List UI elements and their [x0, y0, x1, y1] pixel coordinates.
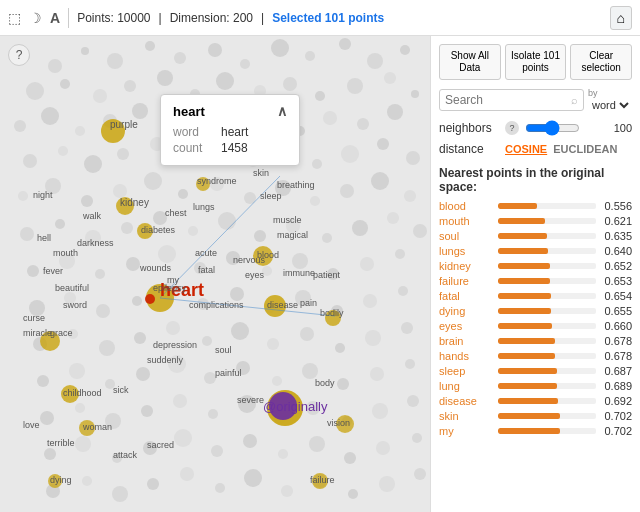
- svg-point-101: [398, 286, 408, 296]
- svg-text:grace: grace: [50, 328, 73, 338]
- word-select[interactable]: word: [588, 98, 632, 112]
- tooltip-close-icon[interactable]: ∧: [277, 103, 287, 119]
- nearest-point-name[interactable]: sleep: [439, 365, 494, 377]
- svg-text:acute: acute: [195, 248, 217, 258]
- nearest-bar-fill: [498, 278, 550, 284]
- nearest-item: fatal0.654: [439, 290, 632, 302]
- svg-point-154: [180, 467, 194, 481]
- svg-point-156: [244, 469, 262, 487]
- nearest-score: 0.640: [600, 245, 632, 257]
- nearest-point-name[interactable]: my: [439, 425, 494, 437]
- font-icon[interactable]: A: [50, 10, 60, 26]
- nearest-point-name[interactable]: kidney: [439, 260, 494, 272]
- svg-point-153: [147, 478, 159, 490]
- euclidean-option[interactable]: EUCLIDEAN: [553, 143, 617, 155]
- svg-point-62: [340, 184, 354, 198]
- svg-text:epilepsy: epilepsy: [153, 283, 187, 293]
- svg-point-177: [145, 294, 155, 304]
- svg-text:vision: vision: [327, 418, 350, 428]
- nearest-point-name[interactable]: fatal: [439, 290, 494, 302]
- svg-text:sacred: sacred: [147, 440, 174, 450]
- svg-point-15: [93, 89, 107, 103]
- nearest-item: sleep0.687: [439, 365, 632, 377]
- svg-point-124: [370, 367, 384, 381]
- svg-text:depression: depression: [153, 340, 197, 350]
- svg-point-52: [18, 191, 28, 201]
- tooltip: heart ∧ word heart count 1458: [160, 94, 300, 166]
- by-label: by: [588, 88, 598, 98]
- search-container[interactable]: ⌕: [439, 89, 584, 111]
- nearest-bar-bg: [498, 368, 596, 374]
- svg-text:terrible: terrible: [47, 438, 75, 448]
- svg-text:patient: patient: [313, 270, 341, 280]
- nearest-bar-bg: [498, 383, 596, 389]
- svg-text:purple: purple: [110, 119, 138, 130]
- toolbar-info: Points: 10000 | Dimension: 200 | Selecte…: [77, 11, 384, 25]
- svg-point-21: [283, 77, 297, 91]
- svg-text:kidney: kidney: [120, 197, 149, 208]
- nearest-point-name[interactable]: blood: [439, 200, 494, 212]
- svg-point-92: [96, 304, 110, 318]
- svg-point-63: [371, 172, 389, 190]
- help-icon[interactable]: ?: [8, 44, 30, 66]
- main-area: ?: [0, 36, 640, 512]
- nearest-item: failure0.653: [439, 275, 632, 287]
- nearest-point-name[interactable]: disease: [439, 395, 494, 407]
- svg-point-111: [335, 343, 345, 353]
- nearest-score: 0.655: [600, 305, 632, 317]
- svg-point-28: [75, 126, 85, 136]
- search-input[interactable]: [445, 93, 571, 107]
- svg-text:sick: sick: [113, 385, 129, 395]
- nearest-point-name[interactable]: soul: [439, 230, 494, 242]
- nearest-point-name[interactable]: brain: [439, 335, 494, 347]
- neighbors-row: neighbors ? 100: [439, 120, 632, 136]
- svg-point-152: [112, 486, 128, 502]
- svg-text:eyes: eyes: [245, 270, 265, 280]
- nearest-point-name[interactable]: failure: [439, 275, 494, 287]
- svg-point-57: [178, 189, 188, 199]
- tooltip-title: heart: [173, 104, 205, 119]
- svg-text:love: love: [23, 420, 40, 430]
- home-button[interactable]: ⌂: [610, 6, 632, 30]
- nearest-score: 0.702: [600, 410, 632, 422]
- cosine-option[interactable]: COSINE: [505, 143, 547, 155]
- selection-icon[interactable]: ⬚: [8, 10, 21, 26]
- svg-point-10: [339, 38, 351, 50]
- neighbors-slider[interactable]: [525, 120, 580, 136]
- svg-point-127: [75, 403, 85, 413]
- nearest-point-name[interactable]: eyes: [439, 320, 494, 332]
- svg-point-136: [372, 403, 388, 419]
- isolate-button[interactable]: Isolate 101 points: [505, 44, 567, 80]
- svg-text:fatal: fatal: [198, 265, 215, 275]
- nearest-point-name[interactable]: lung: [439, 380, 494, 392]
- nearest-item: lungs0.640: [439, 245, 632, 257]
- svg-point-117: [136, 367, 150, 381]
- svg-point-89: [395, 249, 405, 259]
- svg-point-37: [357, 118, 369, 130]
- svg-point-6: [208, 43, 222, 57]
- svg-point-88: [360, 257, 374, 271]
- svg-point-77: [413, 224, 427, 238]
- show-all-button[interactable]: Show All Data: [439, 44, 501, 80]
- nearest-item: blood0.556: [439, 200, 632, 212]
- nearest-bar-bg: [498, 323, 596, 329]
- help-circle[interactable]: ?: [505, 121, 519, 135]
- nearest-point-name[interactable]: lungs: [439, 245, 494, 257]
- nearest-bar-fill: [498, 248, 548, 254]
- slider-container: [525, 120, 606, 136]
- theme-icon[interactable]: ☽: [29, 10, 42, 26]
- svg-point-149: [412, 433, 422, 443]
- nearest-list: blood0.556mouth0.621soul0.635lungs0.640k…: [439, 200, 632, 440]
- svg-point-49: [341, 145, 359, 163]
- nearest-score: 0.652: [600, 260, 632, 272]
- svg-text:pain: pain: [300, 298, 317, 308]
- nearest-score: 0.689: [600, 380, 632, 392]
- clear-button[interactable]: Clear selection: [570, 44, 632, 80]
- nearest-point-name[interactable]: mouth: [439, 215, 494, 227]
- nearest-point-name[interactable]: skin: [439, 410, 494, 422]
- svg-text:body: body: [315, 378, 335, 388]
- nearest-point-name[interactable]: dying: [439, 305, 494, 317]
- svg-text:fever: fever: [43, 266, 63, 276]
- map-area[interactable]: ?: [0, 36, 430, 512]
- nearest-point-name[interactable]: hands: [439, 350, 494, 362]
